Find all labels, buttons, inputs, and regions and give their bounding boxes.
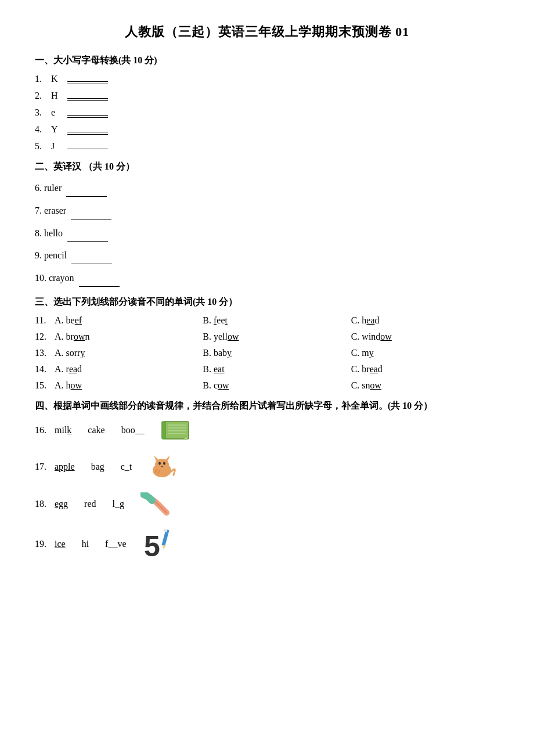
q6: 6. ruler: [35, 180, 499, 197]
q10-blank[interactable]: [79, 286, 120, 287]
q19-words: ice hi f__ve 5: [55, 528, 173, 560]
section1-questions: 1. K 2. H 3. e 4. Y 5. J: [35, 74, 499, 152]
section2-questions: 6. ruler 7. eraser 8. hello 9. pencil 10…: [35, 180, 499, 287]
q9-num: 9. pencil: [35, 250, 67, 260]
q17-word2: bag: [91, 462, 104, 472]
q13-c: C. my: [351, 348, 499, 358]
q11-c: C. head: [351, 315, 499, 326]
q11-b: B. feet: [203, 315, 351, 326]
q6-blank[interactable]: [66, 196, 107, 197]
q1-blank1[interactable]: [67, 81, 108, 82]
q2-letter: H: [51, 91, 63, 101]
q14-b: B. eat: [203, 364, 351, 375]
q7-blank[interactable]: [71, 219, 111, 219]
svg-marker-9: [154, 455, 158, 461]
q11-row: 11. A. beef B. feet C. head: [35, 315, 499, 326]
cat-icon: [148, 454, 176, 480]
svg-marker-10: [165, 455, 170, 461]
q4-letter: Y: [51, 124, 63, 135]
q11-options: A. beef B. feet C. head: [55, 315, 499, 326]
q14-a: A. read: [55, 364, 203, 375]
q3-blank2[interactable]: [67, 117, 108, 118]
q13-num: 13.: [35, 348, 55, 358]
q12-b: B. yellow: [203, 332, 351, 342]
q2-blank2[interactable]: [67, 100, 108, 101]
q12-a: A. brown: [55, 332, 203, 342]
q2-num: 2.: [35, 91, 51, 101]
q14-c: C. bread: [351, 364, 499, 375]
book-icon: [161, 419, 190, 441]
q13-a: A. sorry: [55, 348, 203, 358]
q15-c: C. snow: [351, 380, 499, 391]
q4-blank1[interactable]: [67, 132, 108, 132]
section4-title: 四、根据单词中画线部分的读音规律，并结合所给图片试着写出所缺字母，补全单词。(共…: [35, 400, 499, 412]
page-title: 人教版（三起）英语三年级上学期期末预测卷 01: [35, 23, 499, 41]
section2-title: 二、英译汉 （共 10 分）: [35, 161, 499, 173]
q19-word2: hi: [82, 539, 89, 549]
svg-point-12: [163, 462, 165, 465]
q6-num: 6. ruler: [35, 183, 62, 193]
q19-word1: ice: [55, 539, 66, 549]
q2-blank1[interactable]: [67, 98, 108, 99]
q5-row: 5. J: [35, 141, 499, 152]
q4-blank2[interactable]: [67, 134, 108, 135]
q9-blank[interactable]: [71, 264, 112, 264]
q3-row: 3. e: [35, 107, 499, 120]
q16-word2: cake: [88, 425, 104, 435]
q17-row: 17. apple bag c_t: [35, 454, 499, 480]
section3-questions: 11. A. beef B. feet C. head 12. A. brown…: [35, 315, 499, 391]
section1-title: 一、大小写字母转换(共 10 分): [35, 55, 499, 67]
q17-words: apple bag c_t: [55, 454, 176, 480]
svg-rect-1: [162, 422, 165, 439]
svg-text:5: 5: [144, 530, 160, 560]
q18-words: egg red l_g: [55, 492, 171, 516]
q5-blank1[interactable]: [67, 149, 108, 149]
q4-num: 4.: [35, 124, 51, 135]
q18-row: 18. egg red l_g: [35, 492, 499, 516]
q17-num: 17.: [35, 462, 55, 472]
q18-word2: red: [84, 499, 96, 509]
q18-incomplete: l_g: [113, 499, 124, 509]
q1-row: 1. K: [35, 74, 499, 86]
q16-incomplete: boo__: [121, 425, 145, 435]
five-icon: 5: [143, 528, 173, 560]
section4-questions: 16. milk cake boo__ 17. apple bag: [35, 419, 499, 560]
q10: 10. crayon: [35, 270, 499, 287]
q7: 7. eraser: [35, 203, 499, 219]
section3-title: 三、选出下列划线部分读音不同的单词(共 10 分）: [35, 296, 499, 308]
q19-num: 19.: [35, 539, 55, 549]
q13-b: B. baby: [203, 348, 351, 358]
q17-incomplete: c_t: [121, 462, 132, 472]
q10-num: 10. crayon: [35, 273, 74, 283]
q1-num: 1.: [35, 74, 51, 84]
q15-options: A. how B. cow C. snow: [55, 380, 499, 391]
svg-rect-18: [163, 529, 167, 532]
q3-num: 3.: [35, 107, 51, 118]
q18-num: 18.: [35, 499, 55, 509]
q11-a: A. beef: [55, 315, 203, 326]
q8: 8. hello: [35, 225, 499, 242]
q14-num: 14.: [35, 364, 55, 375]
q4-row: 4. Y: [35, 124, 499, 136]
q14-row: 14. A. read B. eat C. bread: [35, 364, 499, 375]
q3-blank1[interactable]: [67, 115, 108, 116]
q1-letter: K: [51, 74, 63, 84]
q18-word1: egg: [55, 499, 68, 509]
q12-options: A. brown B. yellow C. window: [55, 332, 499, 342]
svg-rect-0: [162, 422, 189, 439]
q8-blank[interactable]: [67, 241, 108, 242]
q16-num: 16.: [35, 425, 55, 435]
q5-num: 5.: [35, 141, 51, 152]
q3-letter: e: [51, 107, 63, 118]
q19-incomplete: f__ve: [105, 539, 126, 549]
q15-b: B. cow: [203, 380, 351, 391]
svg-point-11: [158, 462, 161, 465]
q1-blank2[interactable]: [67, 84, 108, 84]
q8-num: 8. hello: [35, 228, 63, 238]
q9: 9. pencil: [35, 247, 499, 264]
q15-num: 15.: [35, 380, 55, 391]
q13-row: 13. A. sorry B. baby C. my: [35, 348, 499, 358]
q14-options: A. read B. eat C. bread: [55, 364, 499, 375]
q12-row: 12. A. brown B. yellow C. window: [35, 332, 499, 342]
q15-a: A. how: [55, 380, 203, 391]
